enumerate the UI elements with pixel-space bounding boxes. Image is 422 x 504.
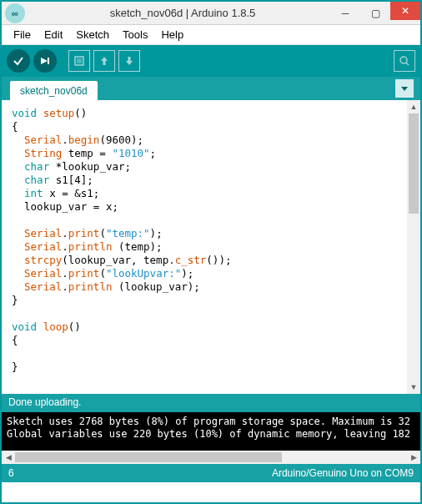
svg-marker-12 [401,87,408,91]
tabbar: sketch_nov06d [2,77,420,100]
serial-monitor-button[interactable] [394,50,415,72]
menu-edit[interactable]: Edit [39,27,68,43]
footer: 6 Arduino/Genuino Uno on COM9 [2,464,420,482]
close-button[interactable]: ✕ [390,2,420,20]
menu-tools[interactable]: Tools [118,27,153,43]
scroll-thumb-horizontal[interactable] [15,452,282,462]
save-sketch-button[interactable] [118,50,140,72]
window-title: sketch_nov06d | Arduino 1.8.5 [35,7,330,19]
line-number-indicator: 6 [8,467,14,479]
svg-rect-7 [103,61,106,65]
file-icon [73,55,85,67]
scroll-up-arrow-icon[interactable]: ▲ [407,100,420,113]
svg-marker-6 [101,57,108,61]
toolbar [2,45,420,77]
editor-scrollbar-vertical[interactable]: ▲ ▼ [407,100,420,394]
svg-rect-1 [48,58,49,64]
tab-menu-button[interactable] [395,79,414,98]
magnifier-icon [399,55,410,67]
arrow-down-icon [123,55,135,67]
console-scrollbar-horizontal[interactable]: ◀ ▶ [2,451,420,464]
scroll-down-arrow-icon[interactable]: ▼ [407,381,420,394]
editor-area: void setup() { Serial.begin(9600); Strin… [2,100,420,394]
status-bar: Done uploading. [2,394,420,412]
check-icon [12,54,25,68]
board-port-indicator: Arduino/Genuino Uno on COM9 [272,467,414,479]
svg-line-11 [406,63,409,65]
open-sketch-button[interactable] [93,50,115,72]
scroll-thumb-vertical[interactable] [409,113,419,214]
scroll-right-arrow-icon[interactable]: ▶ [407,451,420,464]
sketch-tab[interactable]: sketch_nov06d [10,81,98,100]
menu-help[interactable]: Help [156,27,188,43]
svg-rect-8 [128,57,131,61]
upload-button[interactable] [33,49,57,73]
titlebar: ∞ sketch_nov06d | Arduino 1.8.5 ─ ▢ ✕ [2,2,420,25]
code-editor[interactable]: void setup() { Serial.begin(9600); Strin… [2,100,407,394]
verify-button[interactable] [7,49,30,73]
scroll-left-arrow-icon[interactable]: ◀ [2,451,15,464]
console-output[interactable]: Sketch uses 2768 bytes (8%) of program s… [2,412,420,451]
svg-marker-9 [126,61,133,65]
console-line-1: Sketch uses 2768 bytes (8%) of program s… [7,416,410,427]
menu-file[interactable]: File [8,27,36,43]
menu-sketch[interactable]: Sketch [71,27,114,43]
svg-point-10 [400,57,407,63]
menubar: File Edit Sketch Tools Help [2,25,420,45]
maximize-button[interactable]: ▢ [360,4,390,23]
console-line-2: Global variables use 220 bytes (10%) of … [7,428,410,440]
chevron-down-icon [400,84,409,93]
arduino-logo-icon: ∞ [5,3,25,23]
new-sketch-button[interactable] [68,50,90,72]
svg-marker-0 [41,58,48,64]
arrow-right-icon [38,54,52,68]
minimize-button[interactable]: ─ [330,4,360,23]
arrow-up-icon [98,55,110,67]
